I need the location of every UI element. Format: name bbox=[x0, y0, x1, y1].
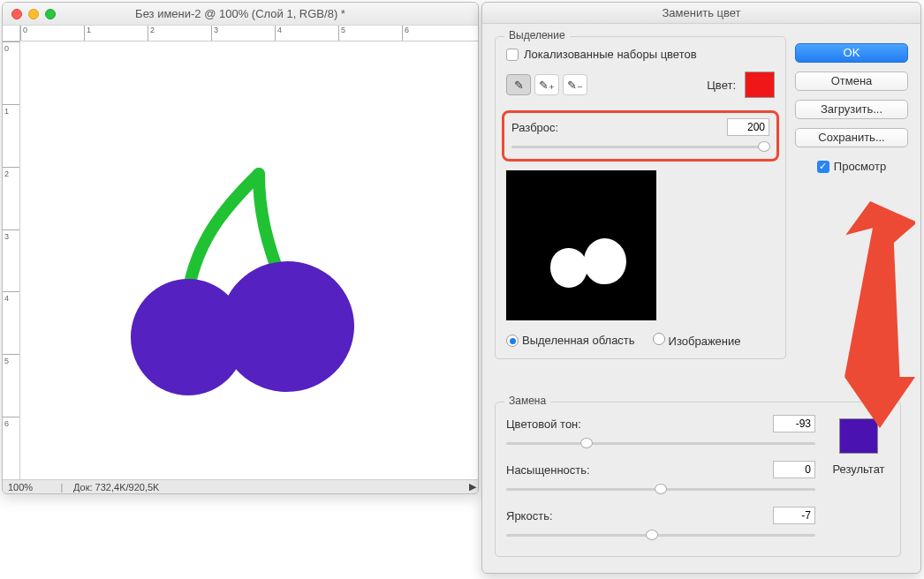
ruler-tick: 3 bbox=[3, 229, 19, 292]
selection-blob bbox=[550, 248, 587, 288]
saturation-label: Насыщенность: bbox=[506, 463, 773, 477]
ruler-tick: 4 bbox=[275, 26, 338, 41]
hue-input[interactable] bbox=[773, 415, 815, 432]
sampled-color-swatch[interactable] bbox=[745, 71, 775, 98]
saturation-slider-thumb[interactable] bbox=[655, 484, 667, 494]
selection-group: Выделение Локализованные наборы цветов ✎… bbox=[495, 36, 786, 359]
fuzziness-input[interactable] bbox=[727, 118, 769, 136]
fuzziness-slider[interactable] bbox=[511, 139, 769, 154]
view-selection-radio[interactable] bbox=[506, 335, 519, 347]
ruler-tick: 0 bbox=[3, 41, 19, 104]
ok-button[interactable]: OK bbox=[795, 43, 908, 63]
load-button[interactable]: Загрузить... bbox=[795, 100, 908, 119]
cancel-button[interactable]: Отмена bbox=[795, 71, 908, 91]
zoom-readout[interactable]: 100% bbox=[3, 482, 56, 493]
selection-blob bbox=[584, 238, 626, 284]
status-separator: | bbox=[56, 482, 68, 493]
preview-checkbox[interactable]: ✓ bbox=[817, 161, 829, 173]
annotation-arrow-icon bbox=[791, 200, 915, 430]
lightness-slider[interactable] bbox=[506, 528, 815, 542]
cherry-illustration bbox=[126, 165, 391, 430]
result-color-swatch[interactable] bbox=[839, 418, 878, 454]
document-title: Без имени-2 @ 100% (Слой 1, RGB/8) * bbox=[3, 7, 478, 20]
replacement-group-highlight: Замена Цветовой тон: Насыщенность: Яркос… bbox=[495, 402, 901, 557]
lightness-input[interactable] bbox=[773, 507, 815, 524]
saturation-slider[interactable] bbox=[506, 482, 815, 496]
view-selection-radio-row[interactable]: Выделенная область bbox=[506, 334, 635, 348]
svg-point-1 bbox=[214, 254, 361, 398]
document-titlebar[interactable]: Без имени-2 @ 100% (Слой 1, RGB/8) * bbox=[3, 3, 478, 26]
view-image-radio-label: Изображение bbox=[669, 335, 741, 348]
preview-checkbox-label: Просмотр bbox=[834, 160, 886, 173]
view-image-radio-row[interactable]: Изображение bbox=[653, 333, 741, 348]
ruler-tick: 4 bbox=[3, 291, 19, 354]
fuzziness-label: Разброс: bbox=[511, 121, 727, 134]
ruler-tick: 1 bbox=[84, 26, 148, 41]
result-color-label: Результат bbox=[828, 462, 890, 476]
ruler-horizontal[interactable]: 0 1 2 3 4 5 6 bbox=[20, 26, 478, 41]
docsize-readout[interactable]: Док: 732,4K/920,5K bbox=[68, 482, 469, 493]
saturation-input[interactable] bbox=[773, 461, 815, 478]
canvas[interactable] bbox=[20, 41, 478, 479]
ruler-tick: 0 bbox=[20, 26, 84, 41]
view-image-radio[interactable] bbox=[653, 333, 665, 345]
replacement-group-label: Замена bbox=[504, 395, 550, 407]
hue-label: Цветовой тон: bbox=[506, 417, 773, 431]
ruler-tick: 6 bbox=[402, 26, 466, 41]
view-selection-radio-label: Выделенная область bbox=[522, 334, 635, 347]
selection-preview[interactable] bbox=[506, 170, 656, 320]
save-button[interactable]: Сохранить... bbox=[795, 128, 908, 147]
dialog-title: Заменить цвет bbox=[482, 3, 920, 24]
dialog-button-column: OK Отмена Загрузить... Сохранить... ✓ Пр… bbox=[795, 43, 908, 173]
replace-color-dialog: Заменить цвет OK Отмена Загрузить... Сох… bbox=[481, 2, 921, 574]
ruler-tick: 1 bbox=[3, 104, 19, 167]
ruler-tick: 6 bbox=[3, 417, 19, 479]
hue-slider[interactable] bbox=[506, 436, 815, 450]
sampled-color-label: Цвет: bbox=[707, 79, 736, 92]
lightness-label: Яркость: bbox=[506, 509, 773, 523]
eyedropper-button[interactable]: ✎ bbox=[506, 74, 531, 95]
statusbar: 100% | Док: 732,4K/920,5K ▶ bbox=[3, 479, 478, 493]
eyedropper-icon: ✎ bbox=[514, 79, 524, 92]
localized-clusters-checkbox[interactable] bbox=[506, 49, 519, 61]
ruler-tick: 5 bbox=[3, 354, 19, 417]
eyedropper-minus-icon: ✎₋ bbox=[567, 79, 583, 92]
fuzziness-area-highlight: Разброс: bbox=[502, 110, 779, 162]
ruler-tick: 3 bbox=[211, 26, 275, 41]
ruler-tick: 2 bbox=[3, 167, 19, 229]
ruler-vertical[interactable]: 0 1 2 3 4 5 6 bbox=[3, 41, 20, 479]
ruler-tick: 5 bbox=[338, 26, 402, 41]
eyedropper-add-button[interactable]: ✎₊ bbox=[534, 74, 559, 95]
eyedropper-subtract-button[interactable]: ✎₋ bbox=[563, 74, 587, 95]
document-window: Без имени-2 @ 100% (Слой 1, RGB/8) * 0 1… bbox=[2, 2, 479, 494]
hue-slider-thumb[interactable] bbox=[580, 438, 593, 448]
ruler-tick: 2 bbox=[148, 26, 211, 41]
ruler-origin[interactable] bbox=[3, 26, 20, 41]
lightness-slider-thumb[interactable] bbox=[646, 530, 658, 540]
status-arrow-icon[interactable]: ▶ bbox=[469, 481, 478, 493]
eyedropper-plus-icon: ✎₊ bbox=[539, 79, 555, 92]
localized-clusters-label: Локализованные наборы цветов bbox=[524, 48, 697, 61]
selection-group-label: Выделение bbox=[504, 29, 570, 41]
fuzziness-slider-thumb[interactable] bbox=[758, 141, 770, 152]
